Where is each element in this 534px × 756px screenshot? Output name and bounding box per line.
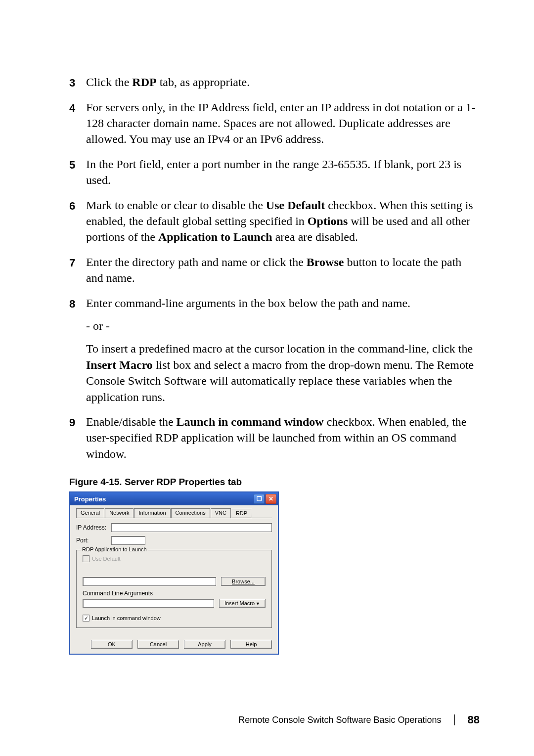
step-body: Click the RDP tab, as appropriate. bbox=[86, 74, 480, 90]
properties-dialog: Properties ❐ ✕ GeneralNetworkInformation… bbox=[69, 491, 279, 655]
group-legend: RDP Application to Launch bbox=[81, 546, 148, 552]
step-paragraph: Enter the directory path and name or cli… bbox=[86, 254, 480, 286]
step-body: Enter command-line arguments in the box … bbox=[86, 295, 480, 405]
step-paragraph: - or - bbox=[86, 318, 480, 334]
page: 3Click the RDP tab, as appropriate.4For … bbox=[0, 0, 534, 756]
step-paragraph: Click the RDP tab, as appropriate. bbox=[86, 74, 480, 90]
step-paragraph: Enable/disable the Launch in command win… bbox=[86, 414, 480, 462]
tab-vnc[interactable]: VNC bbox=[211, 508, 231, 518]
step-paragraph: In the Port field, enter a port number i… bbox=[86, 156, 480, 188]
application-to-launch-group: RDP Application to Launch Use Default Br… bbox=[76, 550, 272, 628]
dialog-tabs: GeneralNetworkInformationConnectionsVNCR… bbox=[76, 508, 272, 518]
tab-connections[interactable]: Connections bbox=[171, 508, 210, 518]
ip-address-label: IP Address: bbox=[76, 524, 111, 531]
tab-information[interactable]: Information bbox=[134, 508, 170, 518]
use-default-checkbox[interactable]: Use Default bbox=[83, 555, 266, 562]
step-paragraph: To insert a predefined macro at the curs… bbox=[86, 341, 480, 405]
step-number: 8 bbox=[69, 297, 86, 405]
step-number: 9 bbox=[69, 415, 86, 462]
help-button[interactable]: Help bbox=[230, 640, 272, 649]
step-number: 4 bbox=[69, 101, 86, 147]
figure-caption: Figure 4-15. Server RDP Properties tab bbox=[69, 477, 480, 488]
step-paragraph: For servers only, in the IP Address fiel… bbox=[86, 99, 480, 147]
restore-icon[interactable]: ❐ bbox=[254, 494, 265, 504]
footer-separator bbox=[454, 714, 455, 725]
port-input[interactable] bbox=[111, 536, 145, 545]
launch-in-command-window-checkbox[interactable]: ✓ Launch in command window bbox=[83, 615, 266, 622]
browse-button[interactable]: Browse... bbox=[221, 577, 266, 586]
path-input[interactable] bbox=[83, 577, 216, 586]
step-body: Enable/disable the Launch in command win… bbox=[86, 414, 480, 462]
dialog-title-text: Properties bbox=[74, 495, 106, 503]
use-default-label: Use Default bbox=[92, 556, 120, 562]
step: 4For servers only, in the IP Address fie… bbox=[69, 99, 480, 147]
step-paragraph: Enter command-line arguments in the box … bbox=[86, 295, 480, 311]
ip-address-input[interactable] bbox=[111, 523, 272, 532]
step-body: For servers only, in the IP Address fiel… bbox=[86, 99, 480, 147]
step-number: 3 bbox=[69, 76, 86, 90]
insert-macro-button[interactable]: Insert Macro▼ bbox=[219, 599, 266, 608]
step: 7Enter the directory path and name or cl… bbox=[69, 254, 480, 286]
footer-section: Remote Console Switch Software Basic Ope… bbox=[238, 715, 441, 725]
step-number: 5 bbox=[69, 158, 86, 188]
tab-rdp[interactable]: RDP bbox=[231, 509, 252, 518]
cancel-button[interactable]: Cancel bbox=[137, 640, 179, 649]
step-body: Enter the directory path and name or cli… bbox=[86, 254, 480, 286]
step: 9Enable/disable the Launch in command wi… bbox=[69, 414, 480, 462]
page-footer: Remote Console Switch Software Basic Ope… bbox=[238, 713, 480, 726]
dialog-title-bar: Properties ❐ ✕ bbox=[70, 492, 278, 505]
close-icon[interactable]: ✕ bbox=[266, 494, 276, 504]
ok-button[interactable]: OK bbox=[91, 640, 133, 649]
cmd-args-input[interactable] bbox=[83, 599, 214, 608]
tab-general[interactable]: General bbox=[76, 508, 104, 518]
cmd-args-label: Command Line Arguments bbox=[83, 590, 266, 597]
step: 8Enter command-line arguments in the box… bbox=[69, 295, 480, 405]
launch-label: Launch in command window bbox=[92, 615, 161, 621]
step-body: Mark to enable or clear to disable the U… bbox=[86, 197, 480, 245]
numbered-steps: 3Click the RDP tab, as appropriate.4For … bbox=[69, 74, 480, 462]
step: 6Mark to enable or clear to disable the … bbox=[69, 197, 480, 245]
step-body: In the Port field, enter a port number i… bbox=[86, 156, 480, 188]
page-number: 88 bbox=[468, 713, 480, 726]
tab-network[interactable]: Network bbox=[105, 508, 134, 518]
step-paragraph: Mark to enable or clear to disable the U… bbox=[86, 197, 480, 245]
step: 5In the Port field, enter a port number … bbox=[69, 156, 480, 188]
step: 3Click the RDP tab, as appropriate. bbox=[69, 74, 480, 90]
step-number: 6 bbox=[69, 199, 86, 245]
step-number: 7 bbox=[69, 256, 86, 286]
apply-button[interactable]: Apply bbox=[184, 640, 225, 649]
port-label: Port: bbox=[76, 537, 111, 544]
